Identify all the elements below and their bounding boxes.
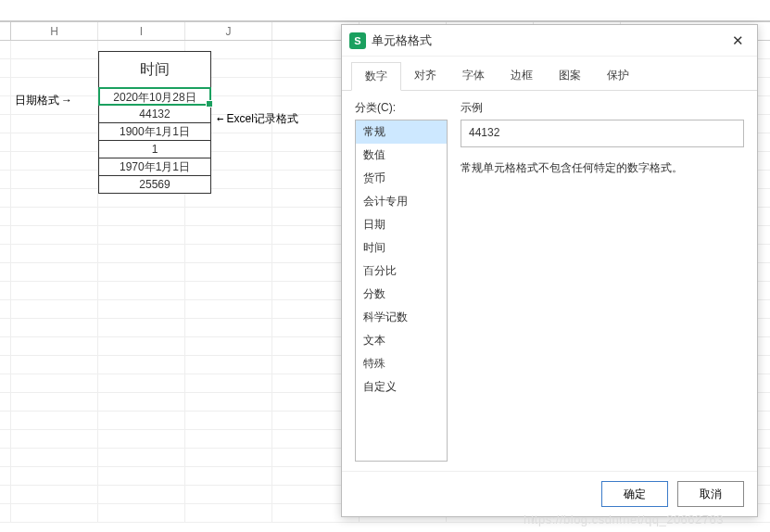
category-item[interactable]: 特殊 [356, 352, 447, 375]
category-label: 分类(C): [355, 100, 448, 116]
category-item[interactable]: 分数 [356, 283, 447, 306]
dialog-footer: 确定 取消 [342, 471, 757, 516]
app-icon: S [349, 32, 366, 49]
dialog-tabs: 数字对齐字体边框图案保护 [342, 57, 757, 91]
data-cell[interactable]: 25569 [98, 175, 211, 194]
category-item[interactable]: 货币 [356, 167, 447, 190]
category-item[interactable]: 数值 [356, 144, 447, 167]
category-item[interactable]: 文本 [356, 329, 447, 352]
category-list[interactable]: 常规数值货币会计专用日期时间百分比分数科学记数文本特殊自定义 [355, 120, 448, 462]
data-cell[interactable]: 1900年1月1日 [98, 122, 211, 141]
tab-5[interactable]: 保护 [594, 62, 642, 90]
cancel-button[interactable]: 取消 [677, 481, 744, 507]
category-item[interactable]: 时间 [356, 236, 447, 260]
column-header[interactable]: I [98, 22, 185, 40]
cell-format-dialog: S 单元格格式 ✕ 数字对齐字体边框图案保护 分类(C): 常规数值货币会计专用… [341, 24, 758, 517]
dialog-titlebar: S 单元格格式 ✕ [342, 25, 757, 57]
ok-button[interactable]: 确定 [601, 481, 668, 507]
tab-2[interactable]: 字体 [449, 62, 498, 90]
sample-box: 44132 [461, 120, 744, 147]
arrow-left-icon: ← [217, 112, 223, 125]
data-cell[interactable]: 2020年10月28日 [98, 87, 211, 106]
category-item[interactable]: 会计专用 [356, 190, 447, 213]
data-cell[interactable]: 44132 [98, 105, 211, 123]
dialog-title: 单元格格式 [372, 32, 720, 49]
column-header[interactable]: H [11, 22, 98, 40]
annotation-left: 日期格式 [15, 93, 72, 108]
annotation-right: ← Excel记录格式 [217, 111, 298, 127]
sample-label: 示例 [461, 100, 744, 116]
format-description: 常规单元格格式不包含任何特定的数字格式。 [461, 160, 744, 176]
tab-3[interactable]: 边框 [498, 62, 546, 90]
tab-4[interactable]: 图案 [546, 62, 594, 90]
data-cell[interactable]: 1970年1月1日 [98, 158, 211, 176]
category-item[interactable]: 科学记数 [356, 306, 447, 329]
tab-0[interactable]: 数字 [351, 62, 401, 91]
watermark: https://blog.csdn.net/qq_20662763 [524, 513, 724, 526]
category-item[interactable]: 自定义 [356, 375, 447, 399]
category-item[interactable]: 常规 [356, 120, 447, 144]
close-icon[interactable]: ✕ [726, 29, 750, 53]
data-header-cell[interactable]: 时间 [98, 51, 211, 88]
category-item[interactable]: 百分比 [356, 260, 447, 283]
data-block: 时间 2020年10月28日441321900年1月1日11970年1月1日25… [98, 52, 211, 194]
data-cell[interactable]: 1 [98, 140, 211, 158]
column-header[interactable]: J [185, 22, 272, 40]
tab-1[interactable]: 对齐 [401, 62, 449, 90]
category-item[interactable]: 日期 [356, 213, 447, 236]
